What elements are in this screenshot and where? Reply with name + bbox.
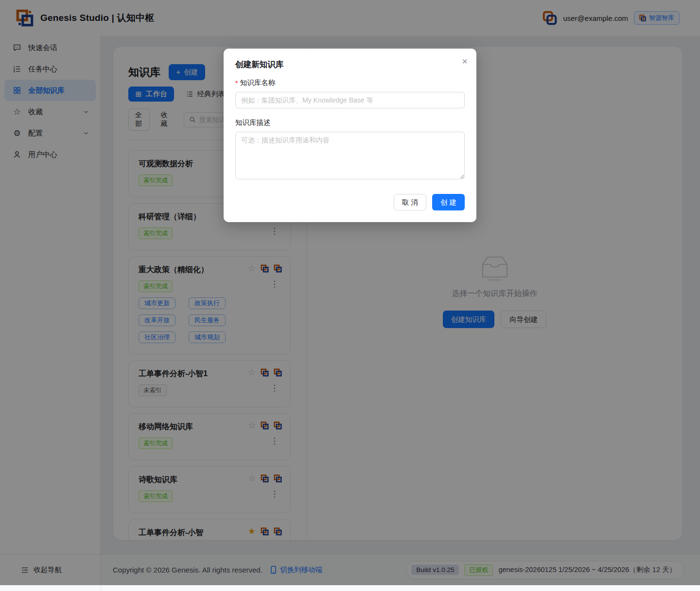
kb-name-label: * 知识库名称	[235, 78, 465, 87]
cancel-button[interactable]: 取 消	[394, 194, 426, 210]
confirm-create-button[interactable]: 创 建	[432, 194, 465, 210]
kb-description-label: 知识库描述	[235, 118, 465, 127]
kb-name-input[interactable]	[235, 92, 465, 108]
close-icon[interactable]: ×	[462, 56, 468, 66]
bottom-strip	[0, 585, 700, 591]
required-mark: *	[235, 79, 238, 87]
kb-description-textarea[interactable]	[235, 132, 465, 179]
create-kb-modal: 创建新知识库 × * 知识库名称 知识库描述 取 消 创 建	[224, 49, 476, 222]
modal-title: 创建新知识库	[235, 59, 465, 70]
